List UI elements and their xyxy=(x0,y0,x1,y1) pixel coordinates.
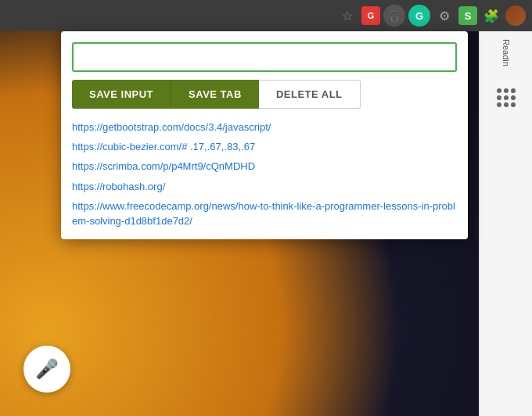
chrome-toolbar: ☆ G 🎧 G ⚙ S 🧩 xyxy=(0,0,532,31)
saved-link[interactable]: https://scrimba.com/p/p4Mrt9/cQnMDHD xyxy=(72,160,255,172)
dot xyxy=(511,95,516,100)
saved-link[interactable]: https://robohash.org/ xyxy=(72,181,165,192)
gear-icon[interactable]: ⚙ xyxy=(433,5,455,27)
microphone-icon: 🎤 xyxy=(35,358,59,380)
list-item: https://robohash.org/ xyxy=(72,179,457,194)
list-item: https://getbootstrap.com/docs/3.4/javasc… xyxy=(72,120,457,134)
saved-link[interactable]: https://www.freecodecamp.org/news/how-to… xyxy=(72,200,455,227)
dollar-s-icon[interactable]: S xyxy=(458,6,477,25)
grammarly-icon[interactable]: G xyxy=(361,6,380,25)
saved-links-list: https://getbootstrap.com/docs/3.4/javasc… xyxy=(72,120,457,228)
list-item: https://www.freecodecamp.org/news/how-to… xyxy=(72,199,457,228)
save-input-button[interactable]: SAVE INPUT xyxy=(72,80,171,109)
dots-grid xyxy=(497,88,516,107)
dot xyxy=(504,95,509,100)
saved-link[interactable]: https://cubic-bezier.com/# .17,.67,.83,.… xyxy=(72,141,255,152)
save-tab-button[interactable]: SAVE TAB xyxy=(171,80,259,109)
action-buttons: SAVE INPUT SAVE TAB DELETE ALL xyxy=(72,80,457,109)
url-input[interactable] xyxy=(72,42,457,72)
delete-all-button[interactable]: DELETE ALL xyxy=(259,80,361,109)
dot xyxy=(511,88,516,93)
side-panel-label: Readin xyxy=(501,39,511,66)
dot xyxy=(504,102,509,107)
star-icon[interactable]: ☆ xyxy=(336,5,358,27)
saved-link[interactable]: https://getbootstrap.com/docs/3.4/javasc… xyxy=(72,121,271,133)
list-item: https://cubic-bezier.com/# .17,.67,.83,.… xyxy=(72,139,457,154)
puzzle-icon[interactable]: 🧩 xyxy=(480,5,502,27)
dot xyxy=(497,102,501,107)
voice-button[interactable]: 🎤 xyxy=(23,346,70,393)
list-item: https://scrimba.com/p/p4Mrt9/cQnMDHD xyxy=(72,159,457,174)
dot xyxy=(497,95,501,100)
dot xyxy=(511,102,516,107)
side-panel: Readin xyxy=(479,31,532,416)
dot xyxy=(497,88,501,93)
headphone-icon[interactable]: 🎧 xyxy=(383,5,405,27)
avatar[interactable] xyxy=(505,5,526,26)
dot xyxy=(504,88,509,93)
save-links-popup: SAVE INPUT SAVE TAB DELETE ALL https://g… xyxy=(61,31,468,239)
grammarly-g-icon[interactable]: G xyxy=(408,5,430,27)
toolbar-icons: ☆ G 🎧 G ⚙ S 🧩 xyxy=(336,5,526,27)
